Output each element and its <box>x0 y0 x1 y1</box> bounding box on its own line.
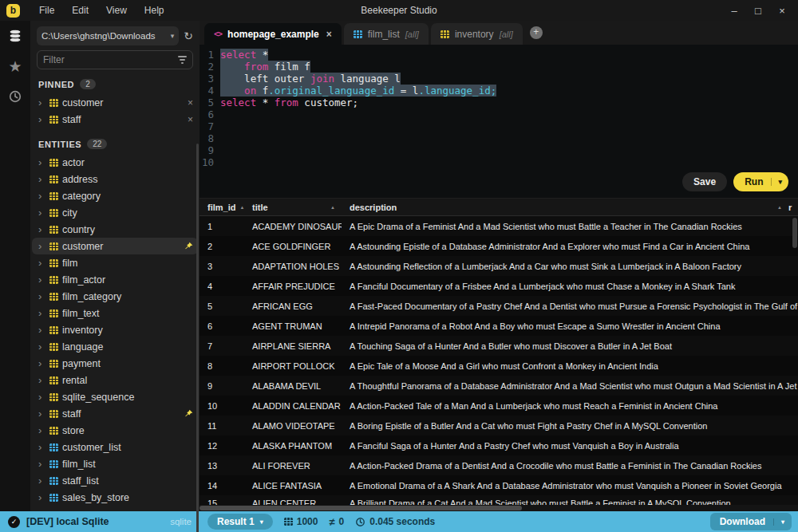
cell-film_id[interactable]: 10 <box>200 401 244 411</box>
cell-film_id[interactable]: 5 <box>200 301 244 311</box>
chevron-right-icon[interactable]: › <box>38 459 45 469</box>
table-row[interactable]: 15ALIEN CENTERA Brilliant Drama of a Cat… <box>200 495 798 505</box>
cell-description[interactable]: A Thoughtful Panorama of a Database Admi… <box>342 381 798 391</box>
table-row[interactable]: 2ACE GOLDFINGERA Astounding Epistle of a… <box>200 236 798 256</box>
chevron-right-icon[interactable]: › <box>38 274 45 285</box>
sidebar-item-category[interactable]: ›category <box>30 187 200 204</box>
sidebar-item-staff_list[interactable]: ›staff_list <box>30 472 200 489</box>
sidebar-scrollbar[interactable] <box>196 144 199 532</box>
cell-title[interactable]: ALABAMA DEVIL <box>244 381 342 391</box>
chevron-right-icon[interactable]: › <box>38 97 45 108</box>
download-dropdown-icon[interactable]: ▾ <box>773 518 792 526</box>
cell-film_id[interactable]: 12 <box>200 441 244 451</box>
sidebar-item-customer_list[interactable]: ›customer_list <box>30 439 200 455</box>
cell-film_id[interactable]: 11 <box>200 421 244 431</box>
tab-film-list[interactable]: film_list [all] <box>344 23 429 45</box>
tab-close-icon[interactable]: × <box>326 29 332 40</box>
sidebar-item-actor[interactable]: ›actor <box>30 154 200 171</box>
table-row[interactable]: 11ALAMO VIDEOTAPEA Boring Epistle of a B… <box>200 416 798 435</box>
cell-film_id[interactable]: 14 <box>200 481 244 491</box>
sidebar-item-film[interactable]: ›film <box>30 254 200 271</box>
tab-inventory[interactable]: inventory [all] <box>431 23 523 45</box>
filter-input[interactable] <box>43 54 178 65</box>
chevron-right-icon[interactable]: › <box>38 258 45 268</box>
chevron-right-icon[interactable]: › <box>38 224 45 234</box>
unpin-close-icon[interactable]: × <box>188 114 193 125</box>
pinned-item-customer[interactable]: ›customer× <box>30 94 200 111</box>
run-dropdown-icon[interactable]: ▾ <box>771 178 788 186</box>
tab-homepage-example[interactable]: <> homepage_example × <box>204 23 342 45</box>
cell-title[interactable]: ADAPTATION HOLES <box>244 262 342 271</box>
table-row[interactable]: 3ADAPTATION HOLESA Astounding Reflection… <box>200 256 798 276</box>
chevron-right-icon[interactable]: › <box>38 475 45 486</box>
sidebar-item-payment[interactable]: ›payment <box>30 355 200 372</box>
sidebar-item-sqlite_sequence[interactable]: ›sqlite_sequence <box>30 388 200 405</box>
table-row[interactable]: 5AFRICAN EGGA Fast-Paced Documentary of … <box>200 296 798 316</box>
chevron-right-icon[interactable]: › <box>38 442 45 452</box>
vertical-scrollbar-thumb[interactable] <box>792 218 797 248</box>
chevron-right-icon[interactable]: › <box>38 392 45 402</box>
cell-description[interactable]: A Boring Epistle of a Butler And a Cat w… <box>342 421 798 431</box>
cell-title[interactable]: AIRPLANE SIERRA <box>244 341 342 351</box>
cell-title[interactable]: ACE GOLDFINGER <box>244 242 342 251</box>
cell-title[interactable]: ALIEN CENTER <box>244 499 342 505</box>
unpin-close-icon[interactable]: × <box>188 97 193 108</box>
sort-icon[interactable]: ▲ <box>777 205 782 210</box>
connection-dropdown[interactable]: C:\Users\ghstng\Downloads ▾ <box>37 26 179 45</box>
cell-film_id[interactable]: 7 <box>200 341 244 351</box>
cell-film_id[interactable]: 6 <box>200 321 244 331</box>
cell-film_id[interactable]: 1 <box>200 222 244 231</box>
chevron-right-icon[interactable]: › <box>38 425 45 435</box>
chevron-right-icon[interactable]: › <box>38 241 45 251</box>
table-row[interactable]: 9ALABAMA DEVILA Thoughtful Panorama of a… <box>200 376 798 396</box>
chevron-right-icon[interactable]: › <box>38 408 45 419</box>
horizontal-scrollbar-thumb[interactable] <box>200 506 522 510</box>
result-select[interactable]: Result 1 ▾ <box>207 514 273 530</box>
chevron-right-icon[interactable]: › <box>38 325 45 335</box>
sidebar-item-country[interactable]: ›country <box>30 221 200 238</box>
sidebar-item-film_category[interactable]: ›film_category <box>30 288 200 305</box>
sidebar-item-film_actor[interactable]: ›film_actor <box>30 271 200 288</box>
table-row[interactable]: 7AIRPLANE SIERRAA Touching Saga of a Hun… <box>200 336 798 356</box>
sidebar-item-address[interactable]: ›address <box>30 171 200 187</box>
favorites-star-icon[interactable]: ★ <box>6 57 24 75</box>
table-row[interactable]: 4AFFAIR PREJUDICEA Fanciful Documentary … <box>200 276 798 296</box>
connection-name[interactable]: [DEV] local Sqlite <box>26 516 164 527</box>
cell-description[interactable]: A Epic Drama of a Feminist And a Mad Sci… <box>342 222 798 231</box>
cell-description[interactable]: A Epic Tale of a Moose And a Girl who mu… <box>342 361 798 371</box>
table-row[interactable]: 13ALI FOREVERA Action-Packed Drama of a … <box>200 455 798 475</box>
run-button[interactable]: Run ▾ <box>733 172 788 191</box>
download-button[interactable]: Download ▾ <box>710 513 792 530</box>
menu-file[interactable]: File <box>31 2 62 18</box>
close-icon[interactable]: × <box>774 5 790 17</box>
chevron-right-icon[interactable]: › <box>38 341 45 352</box>
history-clock-icon[interactable] <box>6 88 24 105</box>
column-header-title[interactable]: title ▲ <box>244 203 342 212</box>
chevron-right-icon[interactable]: › <box>38 157 45 167</box>
menu-help[interactable]: Help <box>136 2 172 18</box>
cell-film_id[interactable]: 4 <box>200 282 244 291</box>
cell-film_id[interactable]: 8 <box>200 361 244 371</box>
cell-title[interactable]: AFFAIR PREJUDICE <box>244 282 342 291</box>
chevron-right-icon[interactable]: › <box>38 492 45 502</box>
column-header-film-id[interactable]: film_id ▲ <box>200 203 244 212</box>
cell-title[interactable]: AIRPORT POLLOCK <box>244 361 342 371</box>
cell-title[interactable]: ALI FOREVER <box>244 461 342 471</box>
save-button[interactable]: Save <box>682 172 727 191</box>
cell-film_id[interactable]: 3 <box>200 262 244 271</box>
table-row[interactable]: 14ALICE FANTASIAA Emotional Drama of a A… <box>200 475 798 495</box>
table-row[interactable]: 12ALASKA PHANTOMA Fanciful Saga of a Hun… <box>200 435 798 455</box>
table-row[interactable]: 8AIRPORT POLLOCKA Epic Tale of a Moose A… <box>200 356 798 376</box>
minimize-icon[interactable]: – <box>726 5 742 17</box>
cell-description[interactable]: A Fast-Paced Documentary of a Pastry Che… <box>342 301 798 311</box>
cell-description[interactable]: A Astounding Epistle of a Database Admin… <box>342 242 798 251</box>
menu-edit[interactable]: Edit <box>64 2 97 18</box>
filter-icon[interactable] <box>178 55 187 65</box>
cell-description[interactable]: A Brilliant Drama of a Cat And a Mad Sci… <box>342 499 798 505</box>
cell-title[interactable]: ALADDIN CALENDAR <box>244 401 342 411</box>
chevron-right-icon[interactable]: › <box>38 191 45 201</box>
maximize-icon[interactable]: □ <box>750 5 766 17</box>
new-tab-button[interactable]: + <box>530 26 543 39</box>
sidebar-item-staff[interactable]: ›staff <box>30 405 200 422</box>
sidebar-item-city[interactable]: ›city <box>30 204 200 221</box>
